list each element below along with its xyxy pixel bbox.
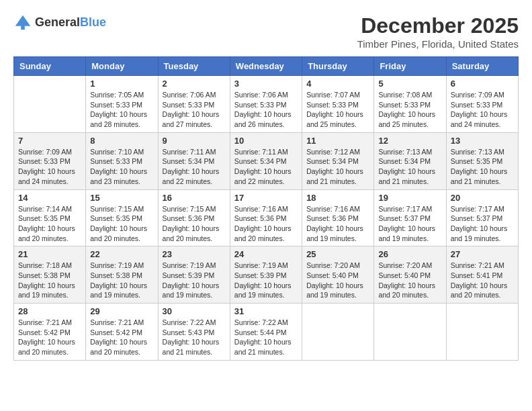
day-number-1: 1 <box>90 79 153 89</box>
header-thursday: Thursday <box>302 57 374 76</box>
day-info-5: Sunrise: 7:08 AMSunset: 5:33 PMDaylight:… <box>378 90 441 130</box>
day-number-3: 3 <box>234 79 298 89</box>
calendar-cell-w3-d5: 26Sunrise: 7:20 AMSunset: 5:40 PMDayligh… <box>374 246 446 304</box>
calendar-cell-w4-d5 <box>374 304 446 361</box>
day-info-7: Sunrise: 7:09 AMSunset: 5:33 PMDaylight:… <box>18 147 81 187</box>
day-number-31: 31 <box>234 306 298 316</box>
day-info-10: Sunrise: 7:11 AMSunset: 5:34 PMDaylight:… <box>234 147 298 187</box>
week-row-4: 28Sunrise: 7:21 AMSunset: 5:42 PMDayligh… <box>14 304 519 361</box>
calendar-cell-w1-d4: 11Sunrise: 7:12 AMSunset: 5:34 PMDayligh… <box>302 132 374 189</box>
day-info-27: Sunrise: 7:21 AMSunset: 5:41 PMDaylight:… <box>451 261 514 300</box>
day-info-11: Sunrise: 7:12 AMSunset: 5:34 PMDaylight:… <box>306 147 369 187</box>
calendar-cell-w0-d4: 4Sunrise: 7:07 AMSunset: 5:33 PMDaylight… <box>302 76 374 133</box>
calendar-cell-w0-d6: 6Sunrise: 7:09 AMSunset: 5:33 PMDaylight… <box>446 76 518 133</box>
month-title: December 2025 <box>357 13 519 38</box>
header-friday: Friday <box>374 57 446 76</box>
calendar-cell-w4-d4 <box>302 304 374 361</box>
day-info-26: Sunrise: 7:20 AMSunset: 5:40 PMDaylight:… <box>378 261 441 300</box>
day-info-31: Sunrise: 7:22 AMSunset: 5:44 PMDaylight:… <box>234 318 298 357</box>
title-section: December 2025 Timber Pines, Florida, Uni… <box>357 13 519 50</box>
calendar-header-row: Sunday Monday Tuesday Wednesday Thursday… <box>14 57 519 76</box>
calendar-cell-w0-d0 <box>14 76 86 133</box>
day-number-16: 16 <box>163 193 226 203</box>
logo-icon <box>13 13 32 32</box>
week-row-1: 7Sunrise: 7:09 AMSunset: 5:33 PMDaylight… <box>14 132 519 189</box>
day-info-24: Sunrise: 7:19 AMSunset: 5:39 PMDaylight:… <box>234 261 298 300</box>
logo-text-blue: Blue <box>80 15 106 29</box>
day-number-25: 25 <box>306 249 369 259</box>
day-info-13: Sunrise: 7:13 AMSunset: 5:35 PMDaylight:… <box>451 147 514 187</box>
logo-text-general: General <box>35 15 80 29</box>
page-header: GeneralBlue December 2025 Timber Pines, … <box>13 13 519 50</box>
calendar-cell-w4-d1: 29Sunrise: 7:21 AMSunset: 5:42 PMDayligh… <box>86 304 158 361</box>
day-number-24: 24 <box>234 249 298 259</box>
day-info-14: Sunrise: 7:14 AMSunset: 5:35 PMDaylight:… <box>18 204 81 244</box>
day-info-15: Sunrise: 7:15 AMSunset: 5:35 PMDaylight:… <box>90 204 153 244</box>
calendar-cell-w4-d0: 28Sunrise: 7:21 AMSunset: 5:42 PMDayligh… <box>14 304 86 361</box>
calendar-cell-w1-d5: 12Sunrise: 7:13 AMSunset: 5:34 PMDayligh… <box>374 132 446 189</box>
day-info-2: Sunrise: 7:06 AMSunset: 5:33 PMDaylight:… <box>163 90 226 130</box>
calendar-cell-w4-d2: 30Sunrise: 7:22 AMSunset: 5:43 PMDayligh… <box>158 304 230 361</box>
week-row-3: 21Sunrise: 7:18 AMSunset: 5:38 PMDayligh… <box>14 246 519 304</box>
day-info-16: Sunrise: 7:15 AMSunset: 5:36 PMDaylight:… <box>163 204 226 244</box>
day-info-29: Sunrise: 7:21 AMSunset: 5:42 PMDaylight:… <box>90 318 153 357</box>
svg-marker-0 <box>15 15 30 26</box>
day-number-10: 10 <box>234 136 298 146</box>
calendar-cell-w2-d3: 17Sunrise: 7:16 AMSunset: 5:36 PMDayligh… <box>230 189 302 246</box>
calendar-cell-w2-d0: 14Sunrise: 7:14 AMSunset: 5:35 PMDayligh… <box>14 189 86 246</box>
day-number-15: 15 <box>90 193 153 203</box>
day-number-4: 4 <box>306 79 369 89</box>
calendar-cell-w2-d4: 18Sunrise: 7:16 AMSunset: 5:36 PMDayligh… <box>302 189 374 246</box>
week-row-0: 1Sunrise: 7:05 AMSunset: 5:33 PMDaylight… <box>14 76 519 133</box>
day-info-6: Sunrise: 7:09 AMSunset: 5:33 PMDaylight:… <box>451 90 514 130</box>
day-number-8: 8 <box>90 136 153 146</box>
day-number-13: 13 <box>451 136 514 146</box>
day-number-29: 29 <box>90 306 153 316</box>
day-number-17: 17 <box>234 193 298 203</box>
calendar-cell-w1-d6: 13Sunrise: 7:13 AMSunset: 5:35 PMDayligh… <box>446 132 518 189</box>
day-number-7: 7 <box>18 136 81 146</box>
day-info-12: Sunrise: 7:13 AMSunset: 5:34 PMDaylight:… <box>378 147 441 187</box>
header-wednesday: Wednesday <box>230 57 302 76</box>
calendar-cell-w3-d3: 24Sunrise: 7:19 AMSunset: 5:39 PMDayligh… <box>230 246 302 304</box>
day-info-18: Sunrise: 7:16 AMSunset: 5:36 PMDaylight:… <box>306 204 369 244</box>
calendar-cell-w3-d4: 25Sunrise: 7:20 AMSunset: 5:40 PMDayligh… <box>302 246 374 304</box>
day-info-20: Sunrise: 7:17 AMSunset: 5:37 PMDaylight:… <box>451 204 514 244</box>
calendar-cell-w0-d5: 5Sunrise: 7:08 AMSunset: 5:33 PMDaylight… <box>374 76 446 133</box>
calendar-cell-w0-d3: 3Sunrise: 7:06 AMSunset: 5:33 PMDaylight… <box>230 76 302 133</box>
day-number-6: 6 <box>451 79 514 89</box>
week-row-2: 14Sunrise: 7:14 AMSunset: 5:35 PMDayligh… <box>14 189 519 246</box>
day-number-12: 12 <box>378 136 441 146</box>
logo: GeneralBlue <box>13 13 106 32</box>
day-number-26: 26 <box>378 249 441 259</box>
day-number-11: 11 <box>306 136 369 146</box>
calendar-cell-w0-d1: 1Sunrise: 7:05 AMSunset: 5:33 PMDaylight… <box>86 76 158 133</box>
day-info-28: Sunrise: 7:21 AMSunset: 5:42 PMDaylight:… <box>18 318 81 357</box>
calendar-cell-w3-d6: 27Sunrise: 7:21 AMSunset: 5:41 PMDayligh… <box>446 246 518 304</box>
day-info-3: Sunrise: 7:06 AMSunset: 5:33 PMDaylight:… <box>234 90 298 130</box>
day-info-9: Sunrise: 7:11 AMSunset: 5:34 PMDaylight:… <box>163 147 226 187</box>
day-info-19: Sunrise: 7:17 AMSunset: 5:37 PMDaylight:… <box>378 204 441 244</box>
day-number-21: 21 <box>18 249 81 259</box>
day-number-23: 23 <box>163 249 226 259</box>
calendar-cell-w3-d1: 22Sunrise: 7:19 AMSunset: 5:38 PMDayligh… <box>86 246 158 304</box>
day-info-22: Sunrise: 7:19 AMSunset: 5:38 PMDaylight:… <box>90 261 153 300</box>
day-number-2: 2 <box>163 79 226 89</box>
day-info-4: Sunrise: 7:07 AMSunset: 5:33 PMDaylight:… <box>306 90 369 130</box>
calendar-cell-w4-d3: 31Sunrise: 7:22 AMSunset: 5:44 PMDayligh… <box>230 304 302 361</box>
header-tuesday: Tuesday <box>158 57 230 76</box>
calendar-cell-w4-d6 <box>446 304 518 361</box>
calendar-cell-w1-d2: 9Sunrise: 7:11 AMSunset: 5:34 PMDaylight… <box>158 132 230 189</box>
calendar-cell-w2-d2: 16Sunrise: 7:15 AMSunset: 5:36 PMDayligh… <box>158 189 230 246</box>
day-number-28: 28 <box>18 306 81 316</box>
calendar-cell-w3-d2: 23Sunrise: 7:19 AMSunset: 5:39 PMDayligh… <box>158 246 230 304</box>
day-info-21: Sunrise: 7:18 AMSunset: 5:38 PMDaylight:… <box>18 261 81 300</box>
day-number-30: 30 <box>163 306 226 316</box>
day-number-22: 22 <box>90 249 153 259</box>
calendar-cell-w1-d1: 8Sunrise: 7:10 AMSunset: 5:33 PMDaylight… <box>86 132 158 189</box>
location-title: Timber Pines, Florida, United States <box>357 38 519 50</box>
day-number-27: 27 <box>451 249 514 259</box>
calendar-cell-w1-d0: 7Sunrise: 7:09 AMSunset: 5:33 PMDaylight… <box>14 132 86 189</box>
day-info-25: Sunrise: 7:20 AMSunset: 5:40 PMDaylight:… <box>306 261 369 300</box>
day-number-14: 14 <box>18 193 81 203</box>
